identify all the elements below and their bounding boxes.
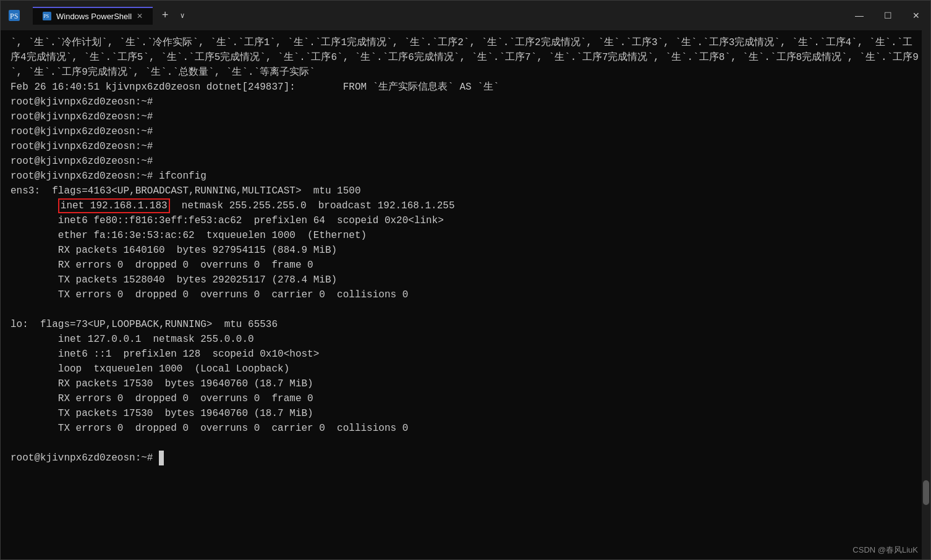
scrollbar[interactable] bbox=[922, 30, 930, 559]
scrollbar-thumb[interactable] bbox=[923, 480, 929, 505]
terminal-output: `, `生`.`冷作计划`, `生`.`冷作实际`, `生`.`工序1`, `生… bbox=[11, 35, 920, 465]
maximize-button[interactable]: ☐ bbox=[874, 1, 902, 30]
new-tab-button[interactable]: + bbox=[155, 6, 175, 25]
svg-text:PS: PS bbox=[10, 12, 18, 20]
tab-icon: PS bbox=[43, 12, 51, 20]
tab-dropdown-button[interactable]: ∨ bbox=[175, 8, 190, 23]
close-button[interactable]: ✕ bbox=[902, 1, 930, 30]
svg-text:PS: PS bbox=[44, 14, 49, 19]
ip-highlight: inet 192.168.1.183 bbox=[58, 198, 170, 213]
powershell-icon: PS bbox=[8, 9, 20, 22]
terminal-body[interactable]: `, `生`.`冷作计划`, `生`.`冷作实际`, `生`.`工序1`, `生… bbox=[1, 30, 930, 559]
minimize-button[interactable]: — bbox=[845, 1, 874, 30]
watermark: CSDN @春风LiuK bbox=[852, 544, 918, 556]
tab-bar: PS Windows PowerShell ✕ + ∨ bbox=[33, 6, 845, 25]
window-controls: — ☐ ✕ bbox=[845, 1, 930, 30]
tab-close-button[interactable]: ✕ bbox=[137, 12, 143, 20]
tab-powershell[interactable]: PS Windows PowerShell ✕ bbox=[33, 7, 153, 25]
tab-label: Windows PowerShell bbox=[56, 12, 132, 21]
window: PS PS Windows PowerShell ✕ + ∨ — ☐ ✕ `, … bbox=[0, 0, 931, 560]
titlebar: PS PS Windows PowerShell ✕ + ∨ — ☐ ✕ bbox=[1, 1, 930, 30]
